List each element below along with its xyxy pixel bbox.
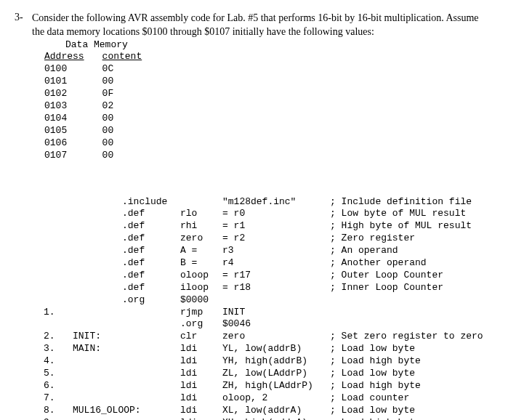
question-line-2: the data memory locations $0100 through … <box>32 26 374 37</box>
code-label <box>73 208 122 220</box>
code-comment: ; Load low byte <box>330 368 501 380</box>
code-label: MAIN: <box>73 343 122 355</box>
line-number <box>44 196 73 209</box>
question-number: 3- <box>15 12 32 39</box>
line-number <box>44 208 73 220</box>
code-line: .org$0046 <box>44 318 501 331</box>
mem-val: 00 <box>102 124 160 137</box>
code-line: .defrhi= r1; High byte of MUL result <box>44 220 501 233</box>
code-directive: .org <box>122 294 180 307</box>
code-operands: XL, low(addrA) <box>222 405 330 417</box>
line-number: 1. <box>44 307 73 319</box>
code-directive: .def <box>122 245 180 257</box>
memory-row: 010500 <box>44 124 159 137</box>
code-directive: .def <box>122 220 180 233</box>
code-label <box>73 380 122 392</box>
code-directive: .def <box>122 257 180 270</box>
code-opcode: zero <box>180 233 222 245</box>
mem-val: 02 <box>102 100 160 112</box>
line-number <box>44 220 73 233</box>
code-label <box>73 355 122 368</box>
code-line: 8.MUL16_OLOOP:ldiXL, low(addrA); Load lo… <box>44 405 501 417</box>
code-opcode: ldi <box>180 405 222 417</box>
code-opcode: rjmp <box>180 307 222 319</box>
question-header: 3- Consider the following AVR assembly c… <box>15 12 501 39</box>
code-comment: ; Low byte of MUL result <box>330 208 501 220</box>
code-line: .defA =r3; An operand <box>44 245 501 257</box>
code-comment: ; Another operand <box>330 257 501 270</box>
mem-addr: 0105 <box>44 124 102 137</box>
code-comment: ; Outer Loop Counter <box>330 270 501 282</box>
code-line: 5.ldiZL, low(LAddrP); Load low byte <box>44 368 501 380</box>
code-opcode: $0000 <box>180 294 222 307</box>
code-operands: = r0 <box>222 208 330 220</box>
memory-table: Address content 01000C 010100 01020F 010… <box>44 50 159 161</box>
code-comment <box>330 294 501 307</box>
code-directive: .include <box>122 196 180 209</box>
line-number: 3. <box>44 343 73 355</box>
code-line: .org$0000 <box>44 294 501 307</box>
code-comment <box>330 318 501 331</box>
line-number: 7. <box>44 392 73 405</box>
code-directive <box>122 307 180 319</box>
code-line: .include"m128def.inc"; Include definitio… <box>44 196 501 209</box>
line-number <box>44 257 73 270</box>
memory-row: 010302 <box>44 100 159 112</box>
code-line: .defzero= r2; Zero register <box>44 233 501 245</box>
code-opcode: ldi <box>180 343 222 355</box>
mem-addr: 0106 <box>44 137 102 149</box>
line-number <box>44 233 73 245</box>
code-directive <box>122 355 180 368</box>
code-label <box>73 245 122 257</box>
code-operands: = r2 <box>222 233 330 245</box>
mem-addr: 0107 <box>44 149 102 161</box>
code-line: 3.MAIN:ldiYL, low(addrB); Load low byte <box>44 343 501 355</box>
code-label <box>73 257 122 270</box>
code-comment: ; Load low byte <box>330 405 501 417</box>
mem-addr: 0101 <box>44 75 102 87</box>
code-label <box>73 307 122 319</box>
mem-addr: 0104 <box>44 112 102 124</box>
code-opcode: ldi <box>180 380 222 392</box>
code-label <box>73 294 122 307</box>
mem-val: 00 <box>102 75 160 87</box>
code-directive <box>122 380 180 392</box>
code-opcode: ldi <box>180 355 222 368</box>
code-label: INIT: <box>73 331 122 343</box>
code-comment: ; Load low byte <box>330 343 501 355</box>
code-label <box>73 318 122 331</box>
code-comment: ; Zero register <box>330 233 501 245</box>
code-comment: ; Inner Loop Counter <box>330 282 501 294</box>
line-number: 4. <box>44 355 73 368</box>
code-opcode: B = <box>180 257 222 270</box>
code-comment <box>330 307 501 319</box>
mem-val: 00 <box>102 149 160 161</box>
code-directive <box>122 343 180 355</box>
code-label <box>73 270 122 282</box>
code-directive <box>122 417 180 420</box>
mem-val: 0F <box>102 87 160 100</box>
mem-addr: 0103 <box>44 100 102 112</box>
line-number: 2. <box>44 331 73 343</box>
code-directive: .def <box>122 233 180 245</box>
code-opcode: iloop <box>180 282 222 294</box>
code-opcode: ldi <box>180 417 222 420</box>
code-operands: oloop, 2 <box>222 392 330 405</box>
code-operands: = r1 <box>222 220 330 233</box>
code-listing: .include"m128def.inc"; Include definitio… <box>44 171 501 420</box>
code-line: 2.INIT:clrzero; Set zero register to zer… <box>44 331 501 343</box>
line-number: 6. <box>44 380 73 392</box>
memory-row: 010700 <box>44 149 159 161</box>
code-comment: ; Load high byte <box>330 417 501 420</box>
code-line: 1.rjmpINIT <box>44 307 501 319</box>
code-line: .defrlo= r0; Low byte of MUL result <box>44 208 501 220</box>
code-operands: "m128def.inc" <box>222 196 330 209</box>
code-label: MUL16_OLOOP: <box>73 405 180 417</box>
code-operands: zero <box>222 331 330 343</box>
code-opcode: rlo <box>180 208 222 220</box>
code-label <box>73 368 122 380</box>
code-comment: ; Include definition file <box>330 196 501 209</box>
code-directive <box>122 318 180 331</box>
line-number: 5. <box>44 368 73 380</box>
code-directive <box>122 331 180 343</box>
